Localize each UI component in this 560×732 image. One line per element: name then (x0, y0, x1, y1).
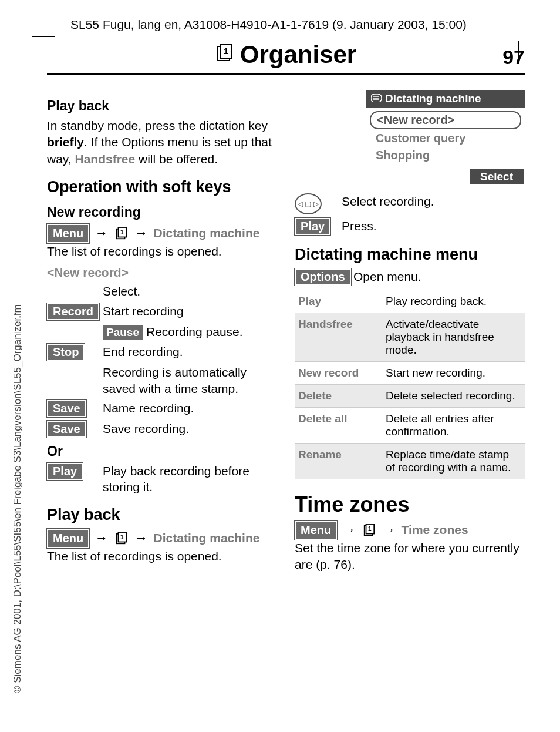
heading-play-back: Play back (47, 98, 277, 114)
save-softkey[interactable]: Save (47, 400, 86, 417)
menu-option-name: Handsfree (295, 313, 382, 362)
right-column: Dictating machine <New record> Customer … (295, 90, 525, 573)
menu-option-desc: Delete all entries after confirmation. (382, 408, 525, 444)
left-column: Play back In standby mode, press the dic… (47, 90, 277, 573)
nav-desc: Select recording. (342, 193, 525, 209)
arrow-icon: → (383, 522, 396, 537)
save-softkey[interactable]: Save (47, 421, 86, 438)
heading-time-zones: Time zones (295, 492, 525, 517)
menu-item-timezones: Time zones (402, 523, 468, 536)
organiser-icon: 1 (114, 226, 129, 241)
heading-new-recording: New recording (47, 204, 277, 220)
nav-key-icon[interactable]: ◁ ▢ ▷ (295, 193, 322, 214)
organiser-icon: 1 (114, 531, 129, 546)
table-row: DeleteDelete selected recording. (295, 385, 525, 408)
menu-softkey[interactable]: Menu (47, 529, 89, 548)
svg-text:1: 1 (120, 534, 124, 540)
stop-desc: End recording. (103, 344, 277, 360)
save-name-desc: Name recording. (103, 400, 277, 416)
play-before-store-desc: Play back recording before storing it. (103, 463, 277, 495)
svg-text:1: 1 (120, 229, 124, 236)
record-softkey[interactable]: Record (47, 303, 99, 320)
screen-list-item[interactable]: Shopping (370, 147, 521, 163)
menu-item-dictating: Dictating machine (154, 226, 260, 240)
table-row: PlayPlay recording back. (295, 290, 525, 313)
menu-option-desc: Replace time/date stamp of recording wit… (382, 444, 525, 479)
or-heading: Or (47, 444, 277, 459)
stop-desc-2: Recording is automatically saved with a … (103, 364, 277, 397)
open-menu-text: Open menu. (353, 268, 525, 284)
text: will be offered. (135, 152, 218, 166)
page-title: Organiser (240, 41, 356, 69)
arrow-icon: → (343, 522, 356, 537)
heading-operation-soft-keys: Operation with soft keys (47, 178, 277, 196)
table-row: New recordStart new recording. (295, 362, 525, 385)
stop-softkey[interactable]: Stop (47, 344, 85, 361)
menu-option-name: New record (295, 362, 382, 385)
menu-option-desc: Delete selected recording. (382, 385, 525, 408)
select-text: Select. (103, 283, 277, 299)
heading-dict-menu: Dictating machine menu (295, 246, 525, 264)
menu-softkey[interactable]: Menu (47, 224, 89, 243)
list-icon (371, 92, 382, 105)
text: Recording pause. (146, 325, 243, 338)
screen-list-item-selected[interactable]: <New record> (370, 111, 521, 129)
play-softkey[interactable]: Play (295, 218, 330, 235)
save-rec-desc: Save recording. (103, 421, 277, 436)
screen-title-bar: Dictating machine (366, 90, 525, 108)
play-softkey[interactable]: Play (47, 463, 83, 480)
menu-option-name: Play (295, 290, 382, 313)
menu-option-name: Delete all (295, 408, 382, 444)
options-softkey[interactable]: Options (295, 268, 351, 286)
table-row: RenameReplace time/date stamp of recordi… (295, 444, 525, 479)
pause-softkey[interactable]: Pause (103, 325, 143, 341)
page-title-row: 1 Organiser 97 (47, 41, 525, 75)
screen-list-item[interactable]: Customer query (370, 130, 521, 146)
pause-desc: PauseRecording pause. (103, 324, 277, 341)
svg-text:1: 1 (368, 526, 372, 532)
table-row: Delete allDelete all entries after confi… (295, 408, 525, 444)
menu-path: Menu → 1 → Dictating machine (47, 224, 277, 243)
arrow-icon: → (135, 226, 148, 240)
document-header: SL55 Fugu, lang en, A31008-H4910-A1-1-76… (47, 18, 525, 32)
arrow-icon: → (95, 530, 108, 545)
press-text: Press. (342, 218, 525, 234)
organiser-icon: 1 (215, 44, 234, 63)
record-desc: Start recording (103, 303, 277, 319)
arrow-icon: → (135, 530, 148, 545)
play-back-paragraph: In standby mode, press the dictation key… (47, 117, 277, 167)
menu-option-name: Rename (295, 444, 382, 479)
page-number: 97 (502, 46, 525, 69)
menu-path-tz: Menu → 1 → Time zones (295, 521, 525, 540)
menu-path-2: Menu → 1 → Dictating machine (47, 529, 277, 548)
menu-option-desc: Start new recording. (382, 362, 525, 385)
text: In standby mode, press the dictation key (47, 119, 268, 132)
table-row: HandsfreeActivate/deactivate playback in… (295, 313, 525, 362)
options-menu-table: PlayPlay recording back. HandsfreeActiva… (295, 290, 525, 479)
phone-screen: Dictating machine <New record> Customer … (366, 90, 525, 184)
menu-option-name: Delete (295, 385, 382, 408)
timezone-body: Set the time zone for where you currentl… (295, 540, 525, 573)
svg-text:1: 1 (224, 46, 228, 56)
menu-option-desc: Activate/deactivate playback in handsfre… (382, 313, 525, 362)
text-gray: Handsfree (75, 152, 135, 166)
text-bold: briefly (47, 135, 84, 149)
new-record-label: <New record> (47, 266, 277, 280)
list-opened-text-2: The list of recordings is opened. (47, 548, 277, 565)
screen-title-text: Dictating machine (385, 92, 481, 105)
menu-softkey[interactable]: Menu (295, 521, 337, 540)
menu-option-desc: Play recording back. (382, 290, 525, 313)
menu-item-dictating: Dictating machine (154, 531, 260, 545)
select-softkey[interactable]: Select (470, 169, 524, 184)
list-opened-text: The list of recordings is opened. (47, 243, 277, 260)
heading-play-back-2: Play back (47, 506, 277, 524)
organiser-icon: 1 (362, 523, 377, 538)
arrow-icon: → (95, 226, 108, 240)
